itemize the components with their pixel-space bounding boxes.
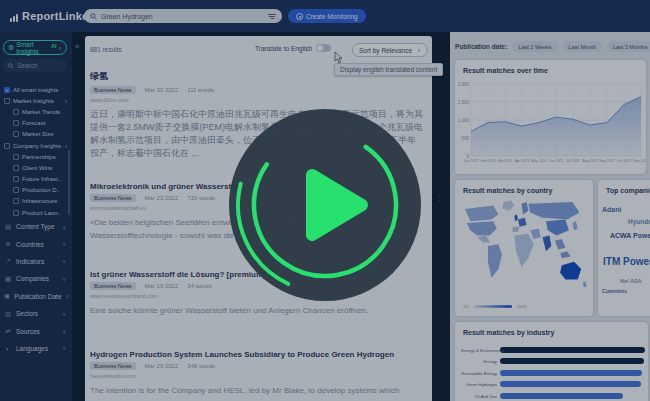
app-screenshot: { "topbar": { "logo_text": "ReportLinker… bbox=[0, 0, 650, 401]
video-play-button[interactable] bbox=[210, 90, 440, 320]
